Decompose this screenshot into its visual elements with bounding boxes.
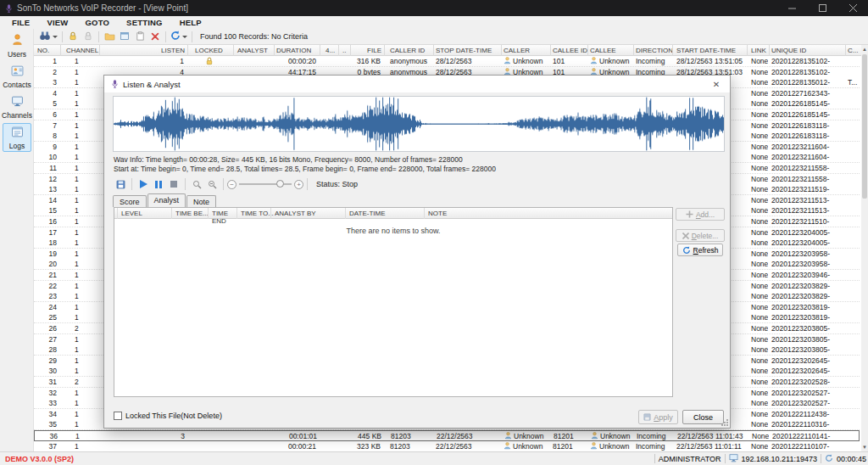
- column-header-uid[interactable]: UNIQUE ID: [770, 45, 846, 56]
- apply-button[interactable]: Apply: [638, 410, 678, 424]
- cell-dir: Incoming: [637, 432, 672, 441]
- add-button[interactable]: Add...: [676, 208, 725, 221]
- cell-no: 29: [36, 356, 59, 366]
- waveform-display[interactable]: [113, 96, 725, 152]
- cell-no: 23: [36, 292, 59, 301]
- scroll-down-arrow[interactable]: ▼: [861, 443, 868, 451]
- dialog-title-bar[interactable]: Listen & Analyst ✕: [104, 76, 730, 92]
- column-header-link[interactable]: LINK: [749, 45, 770, 56]
- zoom-out-icon[interactable]: [205, 177, 219, 191]
- cell-uid: 20201223211604-0000...: [771, 143, 844, 152]
- column-header-ch[interactable]: CHANNEL: [64, 45, 100, 56]
- column-header-size[interactable]: FILE SIZE: [349, 45, 385, 56]
- cell-link: None: [751, 206, 768, 216]
- column-header-d1[interactable]: 4...: [324, 45, 339, 56]
- cell-ch: 1: [75, 78, 98, 87]
- grid-column-time-be-[interactable]: TIME BE...: [175, 210, 211, 217]
- search-binoculars-button[interactable]: [37, 30, 59, 43]
- volume-slider[interactable]: − +: [227, 180, 303, 189]
- cell-c: T...: [848, 78, 860, 87]
- menu-goto[interactable]: GOTO: [76, 18, 118, 27]
- delete-x-button[interactable]: [147, 30, 163, 43]
- scroll-up-arrow[interactable]: ▲: [861, 45, 868, 53]
- column-header-listen[interactable]: LISTEN: [102, 45, 188, 56]
- play-button[interactable]: [136, 177, 150, 191]
- slider-minus-icon[interactable]: −: [227, 180, 236, 189]
- sidebar-item-contacts[interactable]: Contacts: [3, 62, 31, 91]
- cell-no: 36: [36, 432, 60, 441]
- dialog-close-icon[interactable]: ✕: [709, 78, 723, 90]
- slider-thumb[interactable]: [276, 180, 284, 188]
- locked-file-label: Locked This File(Not Delete): [125, 412, 222, 420]
- menu-setting[interactable]: SETTING: [118, 18, 171, 27]
- column-header-caller[interactable]: CALLER ID: [388, 45, 434, 56]
- dropdown-caret-icon[interactable]: [182, 36, 187, 38]
- column-header-cname[interactable]: CALLER NAME: [502, 45, 551, 56]
- dropdown-caret-icon[interactable]: [53, 36, 58, 38]
- sidebar-item-channels[interactable]: Channels: [3, 92, 31, 121]
- menu-help[interactable]: HELP: [171, 18, 210, 27]
- cell-uid: 20201223202645-0000...: [771, 367, 844, 376]
- zoom-in-icon[interactable]: [190, 177, 203, 191]
- save-audio-button[interactable]: [114, 177, 127, 191]
- stop-button[interactable]: [167, 177, 181, 191]
- column-header-c[interactable]: C...: [846, 45, 862, 56]
- sidebar-item-users[interactable]: Users: [3, 31, 31, 60]
- export-window-button[interactable]: [117, 30, 132, 43]
- delete-button[interactable]: Delete...: [676, 229, 725, 242]
- scroll-thumb[interactable]: [862, 54, 867, 199]
- cell-ch: 1: [75, 57, 98, 66]
- table-row[interactable]: 11100:00:20316 KBanonymous28/12/2563 13:…: [34, 56, 860, 67]
- cell-link: None: [751, 196, 768, 205]
- menu-file[interactable]: FILE: [3, 18, 38, 27]
- column-header-dir[interactable]: DIRECTION: [634, 45, 673, 56]
- close-dialog-button[interactable]: Close: [682, 410, 724, 424]
- cell-ch: 1: [75, 420, 98, 429]
- unlock-button[interactable]: [81, 30, 96, 43]
- grid-column-date-time[interactable]: DATE-TIME: [349, 210, 427, 217]
- cell-link: None: [751, 356, 768, 366]
- cell-uid: 20201223204005-0000...: [771, 228, 844, 238]
- close-button[interactable]: [837, 0, 868, 16]
- refresh-button[interactable]: [169, 30, 189, 43]
- maximize-button[interactable]: [807, 0, 837, 16]
- minimize-button[interactable]: [776, 0, 807, 16]
- column-header-stop[interactable]: STOP DATE-TIME: [434, 45, 502, 56]
- column-header-lock[interactable]: LOCKED: [193, 45, 234, 56]
- pause-button[interactable]: [152, 177, 165, 191]
- cell-link: None: [751, 442, 768, 451]
- column-header-analyst[interactable]: ANALYST: [236, 45, 275, 56]
- cell-ch: 1: [75, 143, 98, 152]
- callee-name-cell: Unknown: [590, 442, 632, 451]
- clipboard-button[interactable]: [132, 30, 147, 43]
- cell-ch: 1: [75, 345, 98, 355]
- locked-file-checkbox[interactable]: [114, 412, 122, 420]
- resize-grip[interactable]: [721, 418, 728, 426]
- vertical-scrollbar[interactable]: ▲ ▼: [861, 45, 868, 451]
- menu-view[interactable]: VIEW: [38, 18, 76, 27]
- cell-no: 19: [36, 249, 59, 259]
- tab-analyst[interactable]: Analyst: [147, 193, 186, 207]
- tab-score[interactable]: Score: [113, 195, 147, 207]
- grid-column-level[interactable]: LEVEL: [121, 210, 172, 217]
- grid-column-note[interactable]: NOTE: [428, 210, 564, 217]
- table-row[interactable]: 37100:00:21323 KB8120322/12/2563 11:01:3…: [34, 441, 860, 451]
- grid-column-time-to-[interactable]: TIME TO...: [241, 210, 274, 217]
- open-folder-button[interactable]: [102, 30, 117, 43]
- cell-no: 21: [36, 271, 59, 280]
- cell-caller: 81203: [390, 442, 432, 451]
- grid-column-analyst-by[interactable]: ANALYST BY: [275, 210, 348, 217]
- cell-caller: anonymous: [390, 57, 432, 66]
- column-header-ename[interactable]: CALLEE NAME: [588, 45, 634, 56]
- column-header-callee[interactable]: CALLEE ID: [551, 45, 588, 56]
- column-header-start[interactable]: START DATE-TIME: [675, 45, 748, 56]
- column-header-no[interactable]: NO.: [36, 45, 61, 56]
- cell-uid: 20201223203829-0000...: [771, 282, 844, 291]
- lock-button[interactable]: [65, 30, 81, 43]
- tab-note[interactable]: Note: [186, 195, 216, 207]
- column-header-dur[interactable]: DURATION: [275, 45, 320, 56]
- slider-plus-icon[interactable]: +: [294, 180, 303, 189]
- refresh-button[interactable]: Refresh: [677, 244, 723, 256]
- table-row-selected[interactable]: 361300:01:01445 KB8120322/12/2563 11:02:…: [34, 430, 860, 441]
- sidebar-item-logs[interactable]: Logs: [3, 123, 31, 152]
